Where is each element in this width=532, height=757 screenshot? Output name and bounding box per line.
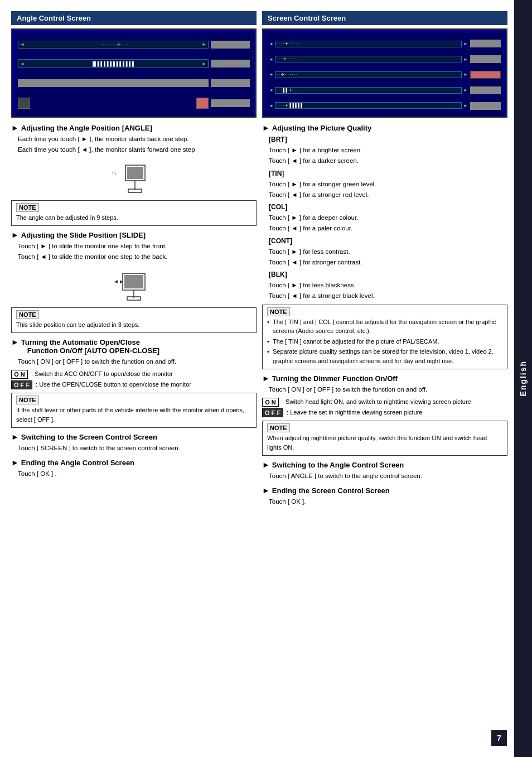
note-picture-bullet-1: The [ TIN ] and [ COL ] cannot be adjust… [267, 317, 502, 336]
heading-auto-open-close: ► Turning the Automatic Open/Close Funct… [11, 337, 257, 355]
heading-switch-screen: ► Switching to the Screen Control Screen [11, 432, 257, 441]
angle-screen-mockup: ◄ · · · · · · · · ·✛· · · · ► ◄ ▐▌▌▌▌▌▌▌… [11, 28, 257, 118]
blk-line-2: Touch [ ◄ ] for a stronger black level. [269, 291, 507, 301]
heading-picture-quality: ► Adjusting the Picture Quality [262, 123, 507, 132]
end-angle-paragraphs: Touch [ OK ] . [11, 469, 257, 479]
auto-paragraphs: Touch [ ON ] or [ OFF ] to switch the fu… [11, 357, 257, 367]
tin-line-2: Touch [ ◄ ] for a stronger red level. [269, 190, 507, 200]
slide-diagram: ◄► [11, 267, 257, 303]
heading-text-switch-screen: Switching to the Screen Control Screen [21, 433, 157, 441]
auto-off-box: O F F [11, 380, 32, 389]
brt-line-2: Touch [ ◄ ] for a darker screen. [269, 156, 507, 166]
right-column: Screen Control Screen ◄ · · · · ✛· · ·· … [262, 11, 507, 508]
auto-off-row: O F F : Use the OPEN/CLOSE button to ope… [11, 380, 257, 389]
dimmer-paragraphs: Touch [ ON ] or [ OFF ] to switch the fu… [262, 385, 507, 394]
dimmer-para-1: Touch [ ON ] or [ OFF ] to switch the fu… [269, 385, 507, 394]
auto-para-1: Touch [ ON ] or [ OFF ] to switch the fu… [18, 357, 257, 367]
dimmer-off-row: O F F : Leave the set in nighttime viewi… [262, 408, 507, 417]
heading-arrow-switch-angle: ► [262, 460, 270, 469]
left-column: Angle Control Screen ◄ · · · · · · · · ·… [11, 11, 257, 508]
switch-screen-paragraphs: Touch [ SCREEN ] to switch to the screen… [11, 443, 257, 453]
note-dimmer: NOTE When adjusting nighttime picture qu… [262, 421, 507, 456]
page-container: English 7 Angle Control Screen ◄ · · · ·… [0, 0, 532, 757]
picture-items: [BRT] Touch [ ► ] for a brighter screen.… [262, 134, 507, 301]
angle-paragraphs: Each time you touch [ ► ], the monitor s… [11, 134, 257, 155]
heading-adjust-slide: ► Adjusting the Slide Position [SLIDE] [11, 230, 257, 239]
note-title-angle: NOTE [16, 203, 39, 212]
heading-arrow-switch-screen: ► [11, 432, 19, 441]
note-title-dimmer: NOTE [267, 423, 290, 432]
blk-line-1: Touch [ ► ] for less blackness. [269, 281, 507, 290]
heading-arrow-angle: ► [11, 123, 19, 132]
end-angle-para: Touch [ OK ] . [18, 469, 257, 479]
heading-arrow-end-angle: ► [11, 458, 19, 467]
col-line-2: Touch [ ◄ ] for a paler colour. [269, 224, 507, 233]
page-number: 7 [491, 730, 507, 746]
angle-screen-display: ◄ · · · · · · · · ·✛· · · · ► ◄ ▐▌▌▌▌▌▌▌… [16, 33, 252, 117]
angle-diagram-svg: ↑↓ [112, 160, 156, 196]
left-column-header: Angle Control Screen [11, 11, 257, 25]
screen-control-mockup: ◄ · · · · ✛· · ·· · · ► ◄ · · · ✛ · · · … [262, 28, 507, 118]
end-screen-paragraphs: Touch [ OK ]. [262, 497, 507, 507]
auto-on-row: O N : Switch the ACC ON/OFF to open/clos… [11, 370, 257, 379]
switch-screen-para: Touch [ SCREEN ] to switch to the screen… [18, 443, 257, 453]
slide-diagram-svg: ◄► [112, 267, 156, 303]
heading-arrow-end-screen: ► [262, 486, 270, 495]
cont-label: [CONT] [269, 236, 507, 246]
side-tab-label: English [519, 360, 528, 397]
heading-text-auto: Turning the Automatic Open/Close Functio… [21, 338, 159, 355]
svg-rect-6 [124, 275, 143, 288]
note-text-slide: This slide position can be adjusted in 3… [16, 320, 252, 330]
heading-arrow-auto: ► [11, 337, 19, 346]
dimmer-off-desc: : Leave the set in nighttime viewing scr… [287, 408, 422, 417]
angle-para-1: Each time you touch [ ► ], the monitor s… [18, 134, 257, 144]
auto-on-box: O N [11, 370, 28, 379]
heading-arrow-slide: ► [11, 230, 19, 239]
heading-text-angle: Adjusting the Angle Position [ANGLE] [21, 124, 152, 132]
side-tab: English [514, 0, 532, 757]
end-screen-para: Touch [ OK ]. [269, 497, 507, 507]
svg-rect-1 [127, 167, 143, 179]
heading-dimmer: ► Turning the Dimmer Function On/Off [262, 374, 507, 383]
heading-text-slide: Adjusting the Slide Position [SLIDE] [21, 231, 146, 239]
note-auto-open: NOTE If the shift lever or other parts o… [11, 393, 257, 428]
switch-angle-para: Touch [ ANGLE ] to switch to the angle c… [269, 471, 507, 481]
auto-on-desc: : Switch the ACC ON/OFF to open/close th… [31, 370, 173, 378]
note-picture-quality: NOTE The [ TIN ] and [ COL ] cannot be a… [262, 305, 507, 370]
slide-para-2: Touch [ ◄ ] to slide the monitor one ste… [18, 252, 257, 262]
brt-line-1: Touch [ ► ] for a brighter screen. [269, 146, 507, 155]
slide-para-1: Touch [ ► ] to slide the monitor one ste… [18, 242, 257, 251]
dimmer-on-off-table: O N : Switch head light ON, and switch t… [262, 398, 507, 417]
heading-arrow-picture: ► [262, 123, 270, 132]
heading-text-end-angle: Ending the Angle Control Screen [21, 459, 134, 467]
heading-end-angle: ► Ending the Angle Control Screen [11, 458, 257, 467]
heading-switch-angle: ► Switching to the Angle Control Screen [262, 460, 507, 469]
note-title-picture: NOTE [267, 307, 290, 316]
heading-text-dimmer: Turning the Dimmer Function On/Off [272, 374, 398, 383]
note-angle-steps: NOTE The angle can be adjusted in 9 step… [11, 200, 257, 226]
auto-off-desc: : Use the OPEN/CLOSE button to open/clos… [36, 380, 191, 389]
dimmer-off-box: O F F [262, 408, 283, 417]
angle-diagram: ↑↓ [11, 160, 257, 196]
col-label: [COL] [269, 202, 507, 212]
note-slide-steps: NOTE This slide position can be adjusted… [11, 307, 257, 334]
cont-line-2: Touch [ ◄ ] for stronger contrast. [269, 258, 507, 267]
dimmer-on-box: O N [262, 398, 279, 407]
note-picture-bullet-3: Separate picture quality settings can be… [267, 347, 502, 365]
dimmer-on-row: O N : Switch head light ON, and switch t… [262, 398, 507, 407]
switch-angle-paragraphs: Touch [ ANGLE ] to switch to the angle c… [262, 471, 507, 481]
angle-para-2: Each time you touch [ ◄ ], the monitor s… [18, 145, 257, 155]
tin-label: [TIN] [269, 168, 507, 179]
heading-text-end-screen: Ending the Screen Control Screen [272, 486, 390, 495]
dimmer-on-desc: : Switch head light ON, and switch to ni… [282, 398, 471, 406]
heading-adjust-angle: ► Adjusting the Angle Position [ANGLE] [11, 123, 257, 132]
tin-line-1: Touch [ ► ] for a stronger green level. [269, 180, 507, 189]
heading-end-screen: ► Ending the Screen Control Screen [262, 486, 507, 495]
brt-label: [BRT] [269, 134, 507, 144]
svg-text:◄►: ◄► [113, 278, 124, 285]
cont-line-1: Touch [ ► ] for less contrast. [269, 247, 507, 257]
auto-on-off-table: O N : Switch the ACC ON/OFF to open/clos… [11, 370, 257, 389]
screen-sidebar-bars [470, 35, 501, 114]
note-text-auto: If the shift lever or other parts of the… [16, 406, 252, 424]
svg-text:↑↓: ↑↓ [112, 170, 117, 176]
